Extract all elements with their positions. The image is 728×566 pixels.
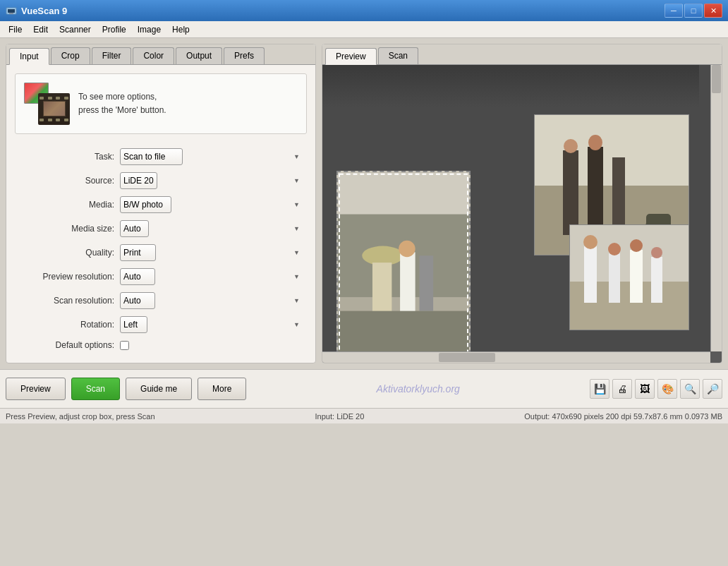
- media-select-wrapper: B/W photo Color photo Slide Negative: [120, 196, 304, 213]
- right-panel: Preview Scan: [322, 44, 722, 363]
- horizontal-scrollbar[interactable]: [322, 351, 710, 363]
- svg-rect-7: [372, 263, 392, 318]
- quality-select-wrapper: Print Screen Archive: [120, 244, 304, 261]
- info-line-1: To see more options,: [78, 90, 166, 104]
- task-select[interactable]: Scan to file Scan to printer Scan to ema…: [120, 148, 183, 165]
- film-hole: [56, 97, 60, 100]
- film-hole: [64, 119, 68, 121]
- svg-rect-29: [609, 253, 620, 303]
- save-icon[interactable]: 💾: [590, 379, 609, 399]
- film-hole: [40, 119, 44, 121]
- toolbar-icons: 💾 🖨 🖼 🎨 🔍 🔎: [590, 379, 722, 399]
- media-size-row: Media size: Auto Letter A4: [18, 220, 304, 237]
- media-size-label: Media size:: [18, 224, 120, 234]
- media-size-select[interactable]: Auto Letter A4: [120, 220, 149, 237]
- tab-output[interactable]: Output: [176, 47, 222, 64]
- left-panel: Input Crop Filter Color Output Prefs: [6, 44, 316, 363]
- horizontal-scrollbar-thumb[interactable]: [439, 353, 495, 362]
- tab-prefs[interactable]: Prefs: [224, 47, 265, 64]
- app-composite-icon: [24, 83, 70, 125]
- scan-res-select-wrapper: Auto 150 dpi 300 dpi 600 dpi: [120, 292, 304, 309]
- tab-color[interactable]: Color: [133, 47, 174, 64]
- film-frame: [43, 101, 66, 116]
- scan-button[interactable]: Scan: [71, 378, 120, 400]
- source-row: Source: LiDE 20 Flatbed: [18, 172, 304, 189]
- more-button[interactable]: More: [198, 378, 246, 400]
- preview-button[interactable]: Preview: [6, 378, 66, 400]
- status-left: Press Preview, adjust crop box, press Sc…: [6, 412, 155, 421]
- tab-scan[interactable]: Scan: [378, 47, 418, 64]
- close-button[interactable]: ✕: [704, 4, 722, 18]
- print-icon[interactable]: 🖨: [612, 379, 632, 399]
- preview-image-area: V 4.2: [322, 65, 710, 351]
- guide-me-button[interactable]: Guide me: [126, 378, 192, 400]
- quality-row: Quality: Print Screen Archive: [18, 244, 304, 261]
- watermark-text: Aktivatorklyuch.org: [252, 383, 584, 395]
- scan-res-label: Scan resolution:: [18, 296, 120, 306]
- photo-main: [336, 171, 471, 351]
- svg-rect-10: [420, 255, 434, 311]
- svg-rect-1: [8, 9, 15, 13]
- menu-help[interactable]: Help: [166, 23, 195, 36]
- left-tabs: Input Crop Filter Color Output Prefs: [6, 44, 315, 65]
- tab-input[interactable]: Input: [9, 48, 49, 65]
- preview-res-row: Preview resolution: Auto 75 dpi 150 dpi …: [18, 268, 304, 285]
- svg-rect-31: [630, 250, 643, 303]
- svg-rect-14: [535, 115, 689, 186]
- preview-content: V 4.2: [322, 65, 722, 363]
- svg-point-9: [399, 241, 415, 257]
- rotation-label: Rotation:: [18, 320, 120, 330]
- svg-point-6: [362, 246, 404, 265]
- svg-point-19: [588, 135, 602, 150]
- task-select-wrapper: Scan to file Scan to printer Scan to ema…: [120, 148, 304, 165]
- svg-point-34: [651, 247, 662, 258]
- info-text: To see more options, press the 'More' bu…: [78, 90, 166, 117]
- media-label: Media:: [18, 200, 120, 210]
- vertical-scrollbar-thumb[interactable]: [712, 65, 721, 93]
- svg-rect-2: [9, 13, 13, 14]
- source-select[interactable]: LiDE 20 Flatbed: [120, 172, 157, 189]
- quality-select[interactable]: Print Screen Archive: [120, 244, 156, 261]
- default-options-row: Default options:: [18, 340, 304, 350]
- default-options-label: Default options:: [18, 340, 120, 350]
- photo-bottom-right: [569, 224, 689, 330]
- zoom-out-icon[interactable]: 🔍: [680, 379, 700, 399]
- zoom-in-icon[interactable]: 🔎: [703, 379, 722, 399]
- menu-scanner[interactable]: Scanner: [54, 23, 97, 36]
- minimize-button[interactable]: ─: [665, 4, 683, 18]
- info-box: To see more options, press the 'More' bu…: [15, 73, 307, 134]
- svg-rect-27: [584, 246, 597, 303]
- right-tabs: Preview Scan: [322, 44, 722, 65]
- film-holes-top: [40, 97, 68, 100]
- scan-res-row: Scan resolution: Auto 150 dpi 300 dpi 60…: [18, 292, 304, 309]
- tab-preview[interactable]: Preview: [325, 48, 377, 65]
- default-options-checkbox[interactable]: [120, 341, 129, 350]
- menu-edit[interactable]: Edit: [28, 23, 54, 36]
- restore-button[interactable]: □: [684, 4, 703, 18]
- bottom-bar: Preview Scan Guide me More Aktivatorklyu…: [0, 369, 728, 408]
- menu-profile[interactable]: Profile: [97, 23, 132, 36]
- rotation-select[interactable]: None Left Right 180°: [120, 316, 147, 333]
- media-select[interactable]: B/W photo Color photo Slide Negative: [120, 196, 171, 213]
- color-icon[interactable]: 🎨: [657, 379, 677, 399]
- film-hole: [64, 97, 68, 100]
- info-line-2: press the 'More' button.: [78, 104, 166, 117]
- svg-rect-33: [651, 257, 662, 303]
- preview-res-select[interactable]: Auto 75 dpi 150 dpi 300 dpi: [120, 268, 155, 285]
- svg-rect-11: [338, 311, 469, 351]
- status-middle: Input: LiDE 20: [315, 412, 365, 421]
- tab-filter[interactable]: Filter: [92, 47, 132, 64]
- dark-strip: [322, 65, 699, 107]
- menu-file[interactable]: File: [3, 23, 28, 36]
- source-label: Source:: [18, 176, 120, 186]
- vertical-scrollbar[interactable]: [710, 65, 722, 351]
- window-controls: ─ □ ✕: [665, 4, 722, 18]
- tab-crop[interactable]: Crop: [51, 47, 90, 64]
- title-bar: VueScan 9 ─ □ ✕: [0, 0, 728, 21]
- film-hole: [40, 97, 44, 100]
- menu-image[interactable]: Image: [132, 23, 166, 36]
- scan-res-select[interactable]: Auto 150 dpi 300 dpi 600 dpi: [120, 292, 155, 309]
- film-hole: [48, 97, 52, 100]
- image-icon[interactable]: 🖼: [635, 379, 655, 399]
- status-right: Output: 470x690 pixels 200 dpi 59.7x87.6…: [524, 412, 722, 421]
